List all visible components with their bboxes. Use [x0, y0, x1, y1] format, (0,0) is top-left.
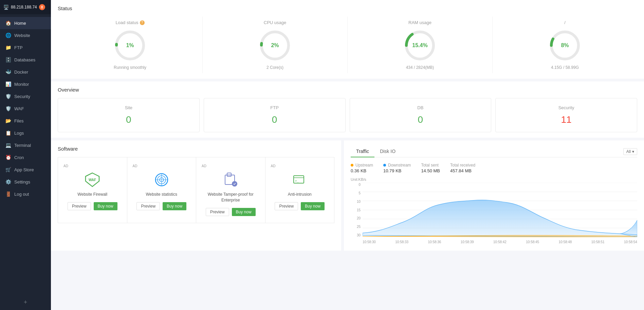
chart-x-axis: 10:58:30 10:58:33 10:58:36 10:58:39 10:5… [363, 240, 637, 244]
waf-svg: WAF [84, 172, 100, 188]
overview-title: Overview [58, 87, 637, 93]
downstream-dot [383, 164, 386, 167]
overview-card-db[interactable]: DB 0 [350, 98, 492, 132]
stats-ad-icon [153, 171, 170, 188]
y-label-25: 25 [351, 225, 363, 229]
settings-icon: ⚙️ [5, 179, 11, 185]
sidebar-item-cron[interactable]: ⏰ Cron [0, 151, 51, 163]
stat-total-received: Total received 457.84 MB [450, 163, 475, 173]
sidebar-item-label: Terminal [14, 143, 31, 148]
tamper-ad-icon [222, 171, 239, 188]
gauge-cpu-label: CPU usage [264, 20, 286, 25]
x-label-7: 10:58:51 [591, 240, 605, 244]
ad-stats-buttons: Preview Buy now [136, 202, 186, 210]
traffic-tabs: Traffic Disk IO All ▾ [351, 146, 637, 157]
overview-cards: Site 0 FTP 0 DB 0 Security 11 [58, 98, 637, 132]
sidebar-item-logs[interactable]: 📋 Logs [0, 127, 51, 139]
terminal-icon: 💻 [5, 142, 11, 148]
sidebar-add-button[interactable]: + [0, 295, 51, 310]
ad-tamper: AD Website Tamper-proof for Enterprise P… [196, 157, 265, 223]
traffic-filter-dropdown[interactable]: All ▾ [623, 148, 637, 155]
sidebar-item-monitor[interactable]: 📊 Monitor [0, 78, 51, 90]
sidebar-item-terminal[interactable]: 💻 Terminal [0, 139, 51, 151]
sidebar-item-logout[interactable]: 🚪 Log out [0, 188, 51, 200]
y-label-0: 0 [351, 183, 363, 187]
files-icon: 📂 [5, 118, 11, 123]
main-content: Status Load status ? 1% Running smoothly [51, 0, 644, 310]
website-icon: 🌐 [5, 33, 11, 38]
ftp-icon: 📁 [5, 45, 11, 50]
overview-card-site-value: 0 [65, 114, 192, 125]
ad-anti-buy-button[interactable]: Buy now [301, 202, 325, 210]
ad-stats-preview-button[interactable]: Preview [136, 202, 160, 210]
gauge-ram-label: RAM usage [408, 20, 431, 25]
status-title: Status [58, 5, 637, 11]
ad-tamper-buttons: Preview Buy now [206, 208, 256, 216]
ad-stats-tag: AD [133, 164, 137, 168]
software-ads: AD WAF Website Firewall Preview Buy now [58, 157, 334, 223]
sidebar: 🖥️ 88.218.188.74 0 🏠 Home 🌐 Website 📁 FT… [0, 0, 51, 310]
sidebar-item-label: Log out [14, 192, 29, 197]
sidebar-item-databases[interactable]: 🗄️ Databases [0, 54, 51, 66]
sidebar-item-docker[interactable]: 🐳 Docker [0, 66, 51, 78]
bottom-section: Software AD WAF Website Firewall Preview… [51, 140, 644, 251]
gauge-disk-sublabel: 4.15G / 58.99G [551, 65, 579, 70]
ad-stats-buy-button[interactable]: Buy now [163, 202, 186, 210]
sidebar-item-files[interactable]: 📂 Files [0, 115, 51, 127]
sidebar-item-label: Logs [14, 131, 24, 136]
sidebar-item-appstore[interactable]: 🛒 App Store [0, 163, 51, 176]
tamper-svg [222, 172, 239, 188]
upstream-dot [351, 164, 353, 167]
x-label-4: 10:58:42 [493, 240, 507, 244]
sidebar-item-security[interactable]: 🛡️ Security [0, 90, 51, 102]
y-label-10: 10 [351, 200, 363, 204]
downstream-label: Downstream [388, 163, 411, 168]
overview-card-ftp[interactable]: FTP 0 [204, 98, 346, 132]
notification-badge: 0 [39, 4, 45, 10]
sidebar-item-label: Website [14, 33, 30, 38]
overview-card-site-label: Site [65, 105, 192, 110]
security-icon: 🛡️ [5, 94, 11, 99]
software-section: Software AD WAF Website Firewall Preview… [51, 140, 341, 251]
gauge-load-label: Load status [115, 20, 138, 25]
tab-diskio[interactable]: Disk IO [374, 146, 401, 157]
sidebar-item-settings[interactable]: ⚙️ Settings [0, 176, 51, 188]
total-sent-value: 14.50 MB [421, 168, 440, 173]
sidebar-item-label: Monitor [14, 82, 29, 87]
overview-card-site[interactable]: Site 0 [58, 98, 200, 132]
logs-icon: 📋 [5, 130, 11, 136]
tab-traffic[interactable]: Traffic [351, 146, 374, 157]
gauge-disk: / 8% 4.15G / 58.99G [493, 17, 637, 73]
chart-svg-area [363, 183, 637, 237]
ad-waf-buy-button[interactable]: Buy now [94, 202, 117, 210]
upstream-value: 0.36 KB [351, 168, 373, 173]
overview-card-ftp-label: FTP [211, 105, 338, 110]
gauge-disk-canvas: 8% [548, 28, 582, 62]
databases-icon: 🗄️ [5, 57, 11, 62]
sidebar-item-waf[interactable]: 🛡️ WAF [0, 102, 51, 115]
ad-tamper-title: Website Tamper-proof for Enterprise [202, 192, 260, 203]
plus-icon: + [24, 299, 27, 306]
anti-ad-icon: >_ [291, 171, 308, 188]
ad-tamper-preview-button[interactable]: Preview [206, 208, 229, 216]
gauge-cpu-value: 2% [271, 42, 279, 49]
docker-icon: 🐳 [5, 69, 11, 75]
gauge-load-canvas: 1% [113, 28, 147, 62]
ad-tamper-buy-button[interactable]: Buy now [232, 208, 256, 216]
waf-icon: 🛡️ [5, 106, 11, 111]
total-received-value: 457.84 MB [450, 168, 475, 173]
ad-waf-preview-button[interactable]: Preview [68, 202, 91, 210]
x-label-8: 10:58:54 [624, 240, 637, 244]
sidebar-item-home[interactable]: 🏠 Home [0, 17, 51, 29]
downstream-value: 10.79 KB [383, 168, 411, 173]
sidebar-item-website[interactable]: 🌐 Website [0, 29, 51, 41]
sidebar-item-label: Home [14, 21, 26, 26]
ad-anti-title: Anti-intrusion [288, 192, 312, 197]
total-received-label: Total received [450, 163, 475, 168]
sidebar-item-ftp[interactable]: 📁 FTP [0, 41, 51, 54]
gauge-ram-sublabel: 434 / 2824(MB) [406, 65, 434, 70]
svg-text:WAF: WAF [89, 178, 96, 182]
ad-anti-preview-button[interactable]: Preview [275, 202, 298, 210]
x-label-1: 10:58:33 [395, 240, 408, 244]
overview-card-security[interactable]: Security 11 [495, 98, 637, 132]
